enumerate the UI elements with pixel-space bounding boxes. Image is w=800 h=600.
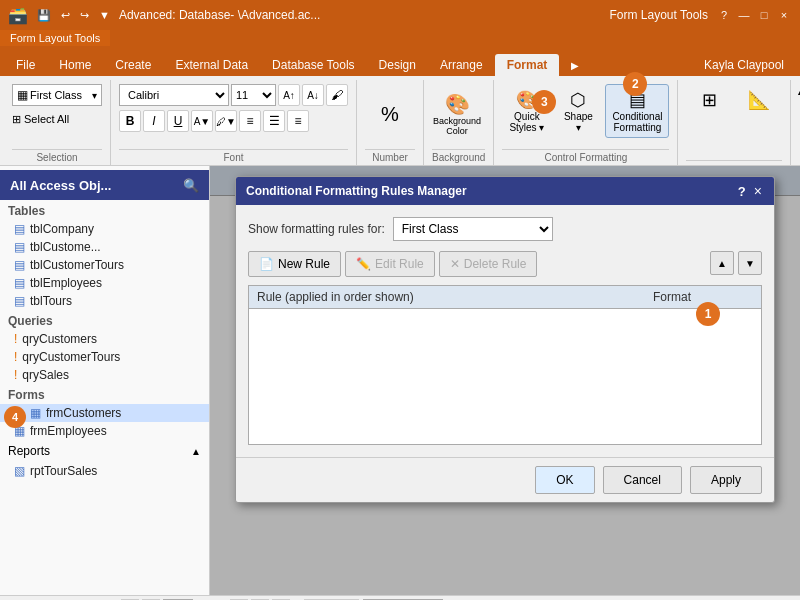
rules-table-body[interactable]	[249, 309, 761, 439]
select-all-label: Select All	[24, 113, 69, 125]
field-selector-value: First Class	[30, 89, 82, 101]
rules-table-header: Rule (applied in order shown) Format	[249, 286, 761, 309]
sidebar-item-label-frmcustomers: frmCustomers	[46, 406, 121, 420]
cancel-btn[interactable]: Cancel	[603, 466, 682, 494]
show-rules-row: Show formatting rules for: First Class	[248, 217, 762, 241]
italic-btn[interactable]: I	[143, 110, 165, 132]
tab-database-tools[interactable]: Database Tools	[260, 54, 367, 76]
align-right-btn[interactable]: ≡	[287, 110, 309, 132]
save-quick-btn[interactable]: 💾	[34, 7, 54, 24]
move-down-btn[interactable]: ▼	[738, 251, 762, 275]
field-selector-icon: ▦	[17, 88, 28, 102]
align-center-btn[interactable]: ☰	[263, 110, 285, 132]
shape-btn[interactable]: ⬡ Shape▾	[555, 84, 601, 138]
form-layout-tools-label: Form Layout Tools	[0, 30, 110, 46]
close-btn[interactable]: ×	[776, 7, 792, 23]
ribbon-group-font: Calibri 11 A↑ A↓ 🖌 B I U A▼ 🖊▼ ≡ ☰ ≡ Fon…	[111, 80, 357, 165]
move-up-btn[interactable]: ▲	[710, 251, 734, 275]
sidebar-item-tblemployees[interactable]: ▤ tblEmployees	[0, 274, 209, 292]
tab-home[interactable]: Home	[47, 54, 103, 76]
ribbon-group-selection: ▦ First Class ▾ ⊞ Select All Selection	[4, 80, 111, 165]
edit-rule-btn[interactable]: ✏️ Edit Rule	[345, 251, 435, 277]
sidebar-item-tblcompany[interactable]: ▤ tblCompany	[0, 220, 209, 238]
tab-external-data[interactable]: External Data	[163, 54, 260, 76]
all-access-header: All Access Obj... 🔍	[0, 170, 209, 200]
all-access-search: 🔍	[183, 178, 199, 193]
sidebar-item-qrysales[interactable]: ! qrySales	[0, 366, 209, 384]
sidebar-item-label-tbltours: tblTours	[30, 294, 72, 308]
background-btn[interactable]: 🎨 BackgroundColor	[432, 84, 482, 144]
dialog-close-btn[interactable]: ×	[752, 183, 764, 199]
selection-controls: ▦ First Class ▾ ⊞ Select All	[12, 84, 102, 130]
quick-access-dropdown-btn[interactable]: ▼	[96, 7, 113, 23]
extra-btn-2[interactable]: 📐	[736, 84, 782, 116]
conditional-formatting-label: ConditionalFormatting	[612, 111, 662, 133]
percent-icon: %	[381, 103, 399, 126]
new-rule-btn[interactable]: 📄 New Rule	[248, 251, 341, 277]
increase-font-btn[interactable]: A↑	[278, 84, 300, 106]
tab-design[interactable]: Design	[367, 54, 428, 76]
title-bar: 🗃️ 💾 ↩ ↪ ▼ Advanced: Database- \Advanced…	[0, 0, 800, 30]
tab-create[interactable]: Create	[103, 54, 163, 76]
sidebar-item-tbltours[interactable]: ▤ tblTours	[0, 292, 209, 310]
ok-btn[interactable]: OK	[535, 466, 594, 494]
sidebar-item-frmemployees[interactable]: ▦ frmEmployees	[0, 422, 209, 440]
delete-rule-btn[interactable]: ✕ Delete Rule	[439, 251, 538, 277]
help-btn[interactable]: ?	[716, 7, 732, 23]
tab-format[interactable]: Format	[495, 54, 560, 76]
new-rule-icon: 📄	[259, 257, 274, 271]
percent-btn[interactable]: %	[365, 84, 415, 144]
maximize-btn[interactable]: □	[756, 7, 772, 23]
sidebar-item-label-tblcompany: tblCompany	[30, 222, 94, 236]
sidebar-item-label-qrysales: qrySales	[22, 368, 69, 382]
highlight-color-btn[interactable]: 🖊▼	[215, 110, 237, 132]
bold-btn[interactable]: B	[119, 110, 141, 132]
dialog-titlebar-controls: ? ×	[738, 183, 764, 199]
tab-more[interactable]: ▶	[559, 54, 591, 76]
sidebar-item-rpttoursales[interactable]: ▧ rptTourSales	[0, 462, 209, 480]
tab-arrange[interactable]: Arrange	[428, 54, 495, 76]
all-access-title: All Access Obj...	[10, 178, 111, 193]
rules-table: Rule (applied in order shown) Format	[248, 285, 762, 445]
dialog-help-btn[interactable]: ?	[738, 183, 746, 199]
background-icon: 🎨	[445, 92, 470, 116]
dialog-body: Show formatting rules for: First Class 📄…	[236, 205, 774, 457]
apply-btn[interactable]: Apply	[690, 466, 762, 494]
font-color-btn[interactable]: A▼	[191, 110, 213, 132]
tab-user[interactable]: Kayla Claypool	[692, 54, 796, 76]
number-group-content: %	[365, 80, 415, 149]
font-size-select[interactable]: 11	[231, 84, 276, 106]
field-selector-dropdown[interactable]: ▦ First Class ▾	[12, 84, 102, 106]
sidebar-item-frmcustomers[interactable]: ▦ frmCustomers	[0, 404, 209, 422]
sidebar-section-queries: Queries	[0, 310, 209, 330]
underline-btn[interactable]: U	[167, 110, 189, 132]
minimize-btn[interactable]: —	[736, 7, 752, 23]
sidebar-item-qrycustomers[interactable]: ! qryCustomers	[0, 330, 209, 348]
extra-icon-1: ⊞	[702, 89, 717, 111]
sidebar-item-label-frmemployees: frmEmployees	[30, 424, 107, 438]
show-rules-dropdown[interactable]: First Class	[393, 217, 553, 241]
sidebar-item-tblcustomertours[interactable]: ▤ tblCustomerTours	[0, 256, 209, 274]
font-family-select[interactable]: Calibri	[119, 84, 229, 106]
decrease-font-btn[interactable]: A↓	[302, 84, 324, 106]
extra-btn-1[interactable]: ⊞	[686, 84, 732, 116]
table-icon-tblcompany: ▤	[14, 222, 25, 236]
ribbon-collapse-btn[interactable]: ▲	[795, 84, 800, 98]
ribbon-tabs: File Home Create External Data Database …	[0, 50, 800, 76]
reports-collapse-btn[interactable]: ▲	[191, 446, 201, 457]
sidebar-item-qrycustomertours[interactable]: ! qryCustomerTours	[0, 348, 209, 366]
ribbon-group-control-formatting: 2 3 🎨 QuickStyles ▾ ⬡ Shape▾ ▤ Condition…	[494, 80, 678, 165]
select-all-button[interactable]: ⊞ Select All	[12, 108, 102, 130]
sidebar-item-label-qrycustomertours: qryCustomerTours	[22, 350, 120, 364]
redo-quick-btn[interactable]: ↪	[77, 7, 92, 24]
form-icon-frmcustomers: ▦	[30, 406, 41, 420]
tab-file[interactable]: File	[4, 54, 47, 76]
quick-access-toolbar: 💾 ↩ ↪ ▼	[34, 7, 113, 24]
sidebar-item-tblcustome[interactable]: ▤ tblCustome...	[0, 238, 209, 256]
align-left-btn[interactable]: ≡	[239, 110, 261, 132]
format-painter-btn[interactable]: 🖌	[326, 84, 348, 106]
background-label: BackgroundColor	[433, 116, 481, 136]
undo-quick-btn[interactable]: ↩	[58, 7, 73, 24]
sidebar-item-label-qrycustomers: qryCustomers	[22, 332, 97, 346]
window-title: Advanced: Database- \Advanced.ac...	[119, 8, 320, 22]
